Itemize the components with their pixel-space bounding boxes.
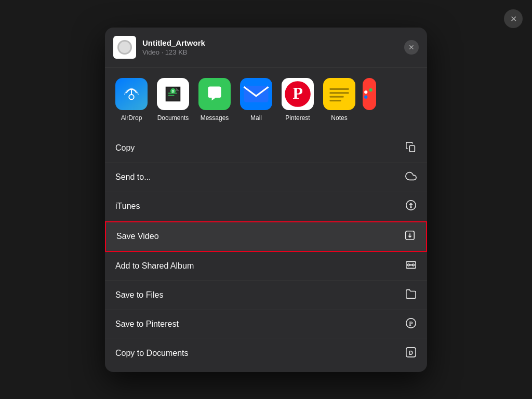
- pinterest-icon: P: [282, 78, 314, 110]
- documents-label: Documents: [157, 114, 189, 122]
- app-item-messages[interactable]: Messages: [196, 78, 233, 122]
- apps-row: AirDrop D Documents: [105, 68, 427, 130]
- copy-documents-label: Copy to Documents: [115, 349, 189, 358]
- svg-point-0: [129, 94, 134, 99]
- svg-text:P: P: [292, 83, 303, 102]
- svg-rect-13: [329, 96, 343, 97]
- app-item-mail[interactable]: Mail: [238, 78, 274, 122]
- copy-icon: [405, 141, 417, 155]
- svg-rect-11: [329, 88, 349, 89]
- close-overlay-icon: ✕: [510, 14, 517, 24]
- action-save-pinterest[interactable]: Save to Pinterest P: [105, 310, 427, 339]
- svg-rect-10: [323, 78, 355, 110]
- share-header-info: Untitled_Artwork Video · 123 KB: [142, 38, 404, 56]
- airdrop-icon: [115, 78, 148, 110]
- action-save-files[interactable]: Save to Files: [105, 281, 427, 310]
- send-to-label: Send to...: [115, 172, 151, 182]
- action-send-to[interactable]: Send to...: [105, 163, 427, 192]
- add-shared-album-label: Add to Shared Album: [115, 261, 194, 271]
- mail-label: Mail: [250, 114, 262, 122]
- mail-icon: [240, 78, 272, 110]
- itunes-label: iTunes: [115, 202, 140, 211]
- pinterest-circle-icon: P: [405, 317, 417, 331]
- save-files-label: Save to Files: [115, 290, 163, 300]
- airdrop-label: AirDrop: [121, 114, 142, 122]
- documents-circle-icon: D: [405, 347, 417, 361]
- app-item-airdrop[interactable]: AirDrop: [113, 78, 150, 122]
- music-icon: [405, 200, 417, 214]
- share-header: Untitled_Artwork Video · 123 KB ✕: [105, 28, 427, 68]
- svg-point-25: [413, 264, 415, 266]
- svg-rect-12: [329, 92, 349, 94]
- svg-text:D: D: [409, 349, 413, 355]
- svg-point-24: [408, 264, 410, 266]
- svg-text:P: P: [409, 320, 413, 327]
- svg-point-15: [364, 90, 367, 94]
- messages-icon: [198, 78, 231, 110]
- shared-album-icon: [405, 259, 417, 273]
- share-title: Untitled_Artwork: [142, 38, 404, 47]
- notes-label: Notes: [331, 114, 347, 122]
- action-add-shared-album[interactable]: Add to Shared Album: [105, 252, 427, 281]
- svg-rect-18: [409, 145, 415, 152]
- share-subtitle: Video · 123 KB: [142, 48, 404, 56]
- action-save-video[interactable]: Save Video: [105, 221, 427, 252]
- cloud-icon: [405, 170, 417, 184]
- app-item-notes[interactable]: Notes: [321, 78, 357, 122]
- svg-rect-3: [168, 95, 175, 96]
- svg-text:D: D: [172, 89, 175, 93]
- action-copy[interactable]: Copy: [105, 134, 427, 163]
- svg-point-20: [410, 206, 411, 207]
- action-itunes[interactable]: iTunes: [105, 192, 427, 221]
- share-close-icon: ✕: [408, 43, 415, 51]
- app-item-partial[interactable]: [363, 78, 376, 114]
- documents-icon: D: [157, 78, 189, 110]
- notes-icon: [323, 78, 355, 110]
- copy-label: Copy: [115, 143, 135, 153]
- action-list: Copy Send to... iTunes: [105, 130, 427, 372]
- download-icon: [404, 230, 416, 244]
- app-item-documents[interactable]: D Documents: [155, 78, 191, 122]
- save-pinterest-label: Save to Pinterest: [115, 320, 179, 329]
- overlay-close-button[interactable]: ✕: [504, 9, 523, 28]
- action-copy-documents[interactable]: Copy to Documents D: [105, 339, 427, 368]
- svg-point-17: [364, 95, 367, 98]
- svg-rect-6: [244, 85, 268, 102]
- thumbnail-circle: [117, 40, 132, 55]
- svg-point-16: [369, 88, 372, 91]
- share-thumbnail: [113, 36, 136, 59]
- folder-icon: [405, 288, 417, 302]
- app-item-pinterest[interactable]: P Pinterest: [280, 78, 316, 122]
- svg-rect-14: [329, 100, 341, 101]
- svg-point-23: [410, 264, 412, 266]
- share-sheet: Untitled_Artwork Video · 123 KB ✕ AirDro…: [105, 28, 427, 372]
- pinterest-label: Pinterest: [285, 114, 310, 122]
- messages-label: Messages: [201, 114, 229, 122]
- save-video-label: Save Video: [116, 232, 159, 241]
- share-close-button[interactable]: ✕: [404, 40, 419, 55]
